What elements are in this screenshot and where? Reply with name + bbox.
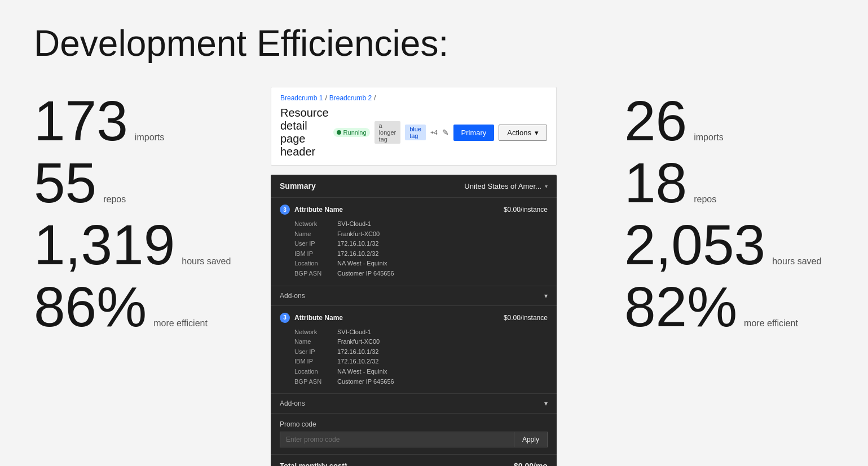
attr-num-2: 3 <box>280 313 290 323</box>
detail-key: BGP ASN <box>294 269 334 279</box>
stat-number-hours-left: 1,319 <box>34 216 175 273</box>
stat-number-repos-right: 18 <box>624 154 687 211</box>
resource-header-row: Resource detail page header Running a lo… <box>280 106 547 158</box>
breadcrumb: Breadcrumb 1 / Breadcrumb 2 / <box>280 94 547 102</box>
detail-key: IBM IP <box>294 357 334 367</box>
page-title: Development Efficiencies: <box>34 23 834 64</box>
detail-key: Location <box>294 367 334 377</box>
tag-longer: a longer tag <box>374 121 401 144</box>
detail-key: User IP <box>294 239 334 249</box>
stat-number-efficient-right: 82% <box>624 278 737 335</box>
breadcrumb-sep-2: / <box>374 94 376 102</box>
addons-chevron-icon-2: ▾ <box>544 400 548 407</box>
actions-chevron-icon: ▾ <box>535 128 539 137</box>
detail-row: IBM IP 172.16.10.2/32 <box>294 357 548 367</box>
tag-more: +4 <box>430 129 438 136</box>
breadcrumb-item-2[interactable]: Breadcrumb 2 <box>329 94 372 102</box>
apply-button[interactable]: Apply <box>514 432 548 447</box>
stat-row-hours-right: 2,053 hours saved <box>624 216 834 273</box>
detail-row: Name Frankfurt-XC00 <box>294 337 548 347</box>
detail-val: Customer IP 645656 <box>337 377 394 387</box>
attribute-details-2: Network SVI-Cloud-1 Name Frankfurt-XC00 … <box>280 327 548 387</box>
stat-number-imports-left: 173 <box>34 92 128 149</box>
attribute-title-1: Attribute Name <box>294 206 343 214</box>
detail-val: SVI-Cloud-1 <box>337 219 371 229</box>
total-price: $0.00/mo <box>514 461 548 466</box>
header-buttons: Primary Actions ▾ <box>453 125 547 141</box>
stat-row-hours-left: 1,319 hours saved <box>34 216 248 273</box>
summary-region[interactable]: United States of Amer... ▾ <box>464 182 548 190</box>
stat-row-efficient-left: 86% more efficient <box>34 278 248 335</box>
breadcrumb-item-1[interactable]: Breadcrumb 1 <box>280 94 323 102</box>
primary-button[interactable]: Primary <box>453 125 495 141</box>
addons-label-2: Add-ons <box>280 400 305 407</box>
detail-key: Network <box>294 327 334 338</box>
detail-row: Network SVI-Cloud-1 <box>294 219 548 229</box>
resource-detail-title: Resource detail page header <box>280 106 329 158</box>
stat-row-repos-right: 18 repos <box>624 154 834 211</box>
attribute-block-1: 3 Attribute Name $0.00/instance Network … <box>271 198 557 286</box>
stat-label-hours-right: hours saved <box>772 256 821 267</box>
stat-row-repos-left: 55 repos <box>34 154 248 211</box>
summary-header: Summary United States of Amer... ▾ <box>271 175 557 198</box>
stat-label-imports-left: imports <box>135 132 164 143</box>
total-amount: $0.00/mo estimated <box>514 461 548 466</box>
promo-input-row: Apply <box>280 432 548 447</box>
breadcrumb-sep-1: / <box>325 94 327 102</box>
promo-label: Promo code <box>280 420 548 428</box>
addons-row-1[interactable]: Add-ons ▾ <box>271 286 557 306</box>
detail-key: BGP ASN <box>294 377 334 387</box>
summary-title: Summary <box>280 181 316 190</box>
status-label: Running <box>343 129 367 136</box>
attribute-block-2: 3 Attribute Name $0.00/instance Network … <box>271 306 557 394</box>
detail-key: User IP <box>294 347 334 357</box>
stat-row-efficient-right: 82% more efficient <box>624 278 834 335</box>
detail-val: Frankfurt-XC00 <box>337 337 380 347</box>
actions-label: Actions <box>507 128 531 137</box>
detail-val: 172.16.10.1/32 <box>337 239 378 249</box>
stat-number-hours-right: 2,053 <box>624 216 765 273</box>
stat-label-repos-right: repos <box>694 194 716 205</box>
detail-val: Frankfurt-XC00 <box>337 229 380 239</box>
attribute-name-row-2: 3 Attribute Name <box>280 313 343 323</box>
edit-icon[interactable]: ✎ <box>442 128 449 137</box>
detail-key: Network <box>294 219 334 229</box>
stat-row-imports-right: 26 imports <box>624 92 834 149</box>
page-wrapper: Development Efficiencies: 173 imports 55… <box>0 0 868 466</box>
detail-row: Location NA West - Equinix <box>294 259 548 269</box>
stat-row-imports-left: 173 imports <box>34 92 248 149</box>
attribute-header-1: 3 Attribute Name $0.00/instance <box>280 205 548 215</box>
detail-val: SVI-Cloud-1 <box>337 327 371 338</box>
detail-key: Name <box>294 337 334 347</box>
detail-row: Network SVI-Cloud-1 <box>294 327 548 338</box>
stat-label-hours-left: hours saved <box>182 256 231 267</box>
right-stats: 26 imports 18 repos 2,053 hours saved 82… <box>579 87 834 335</box>
total-label: Total monthly cost* <box>280 461 347 466</box>
addons-row-2[interactable]: Add-ons ▾ <box>271 394 557 414</box>
addons-label-1: Add-ons <box>280 292 305 300</box>
detail-row: BGP ASN Customer IP 645656 <box>294 269 548 279</box>
summary-region-label: United States of Amer... <box>464 182 541 190</box>
attribute-header-2: 3 Attribute Name $0.00/instance <box>280 313 548 323</box>
actions-button[interactable]: Actions ▾ <box>499 125 547 141</box>
detail-row: Location NA West - Equinix <box>294 367 548 377</box>
detail-row: Name Frankfurt-XC00 <box>294 229 548 239</box>
stat-label-efficient-left: more efficient <box>153 318 208 329</box>
addons-chevron-icon-1: ▾ <box>544 292 548 300</box>
attr-num-1: 3 <box>280 205 290 215</box>
status-badge: Running <box>333 128 370 137</box>
detail-val: Customer IP 645656 <box>337 269 394 279</box>
stat-number-imports-right: 26 <box>624 92 687 149</box>
detail-val: 172.16.10.1/32 <box>337 347 378 357</box>
detail-key: Name <box>294 229 334 239</box>
detail-key: Location <box>294 259 334 269</box>
promo-input[interactable] <box>280 432 514 447</box>
attribute-title-2: Attribute Name <box>294 314 343 322</box>
attribute-price-1: $0.00/instance <box>504 206 548 214</box>
detail-row: IBM IP 172.16.10.2/32 <box>294 249 548 259</box>
stat-label-repos-left: repos <box>103 194 126 205</box>
detail-key: IBM IP <box>294 249 334 259</box>
attribute-name-row-1: 3 Attribute Name <box>280 205 343 215</box>
status-dot <box>337 130 341 135</box>
chevron-down-icon: ▾ <box>545 183 548 189</box>
